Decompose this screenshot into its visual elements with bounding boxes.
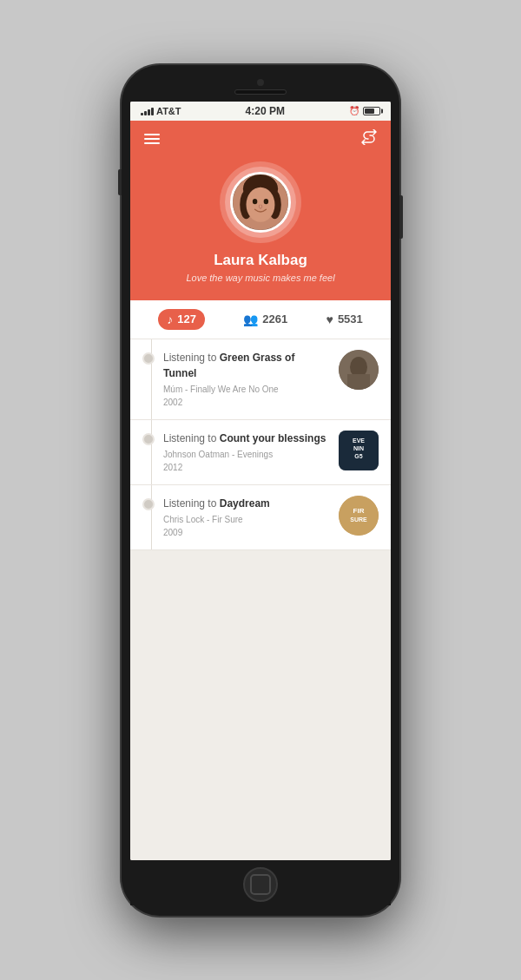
status-bar: AT&T 4:20 PM ⏰ bbox=[130, 102, 391, 121]
time-display: 4:20 PM bbox=[246, 105, 285, 117]
menu-line bbox=[144, 142, 160, 144]
battery-icon bbox=[363, 107, 380, 115]
stats-bar: ♪ 127 👥 2261 ♥ 5531 bbox=[130, 300, 391, 339]
album-art: EVE NIN G5 bbox=[339, 431, 379, 470]
profile-bio: Love the way music makes me feel bbox=[186, 273, 334, 283]
music-icon: ♪ bbox=[167, 312, 173, 326]
svg-text:SURE: SURE bbox=[350, 516, 367, 523]
menu-button[interactable] bbox=[144, 134, 160, 144]
followers-stat[interactable]: 👥 2261 bbox=[243, 312, 287, 326]
home-button[interactable] bbox=[243, 867, 278, 902]
feed-content: Listening to Count your blessingsJohnson… bbox=[163, 431, 330, 474]
svg-point-15 bbox=[339, 496, 379, 536]
likes-count: 5531 bbox=[338, 312, 363, 326]
feed-text: Listening to Green Grass of Tunnel bbox=[163, 350, 330, 381]
home-button-area bbox=[130, 860, 391, 905]
avatar-ring-outer bbox=[220, 161, 301, 243]
signal-icon bbox=[141, 107, 154, 115]
feed-text: Listening to Count your blessings bbox=[163, 431, 330, 446]
svg-point-6 bbox=[264, 198, 268, 203]
album-art: FIR SURE bbox=[339, 496, 379, 536]
feed-subtitle: Múm - Finally We Are No One2002 bbox=[163, 383, 330, 409]
battery-fill bbox=[365, 109, 374, 114]
speaker bbox=[234, 89, 287, 95]
home-button-inner bbox=[250, 874, 271, 895]
header-row bbox=[144, 129, 377, 149]
feed-subtitle: Johnson Oatman - Evenings2012 bbox=[163, 448, 330, 474]
activity-feed: Listening to Green Grass of TunnelMúm - … bbox=[130, 339, 391, 860]
feed-subtitle: Chris Lock - Fir Sure2009 bbox=[163, 513, 330, 539]
list-item[interactable]: Listening to Green Grass of TunnelMúm - … bbox=[130, 339, 391, 420]
svg-text:G5: G5 bbox=[354, 453, 362, 459]
svg-text:EVE: EVE bbox=[353, 437, 365, 444]
avatar[interactable] bbox=[230, 172, 291, 233]
likes-stat[interactable]: ♥ 5531 bbox=[326, 312, 363, 326]
screen: AT&T 4:20 PM ⏰ bbox=[130, 102, 391, 860]
svg-rect-10 bbox=[347, 374, 370, 390]
app-header: Laura Kalbag Love the way music makes me… bbox=[130, 121, 391, 300]
songs-count: 127 bbox=[177, 312, 196, 326]
status-right: ⏰ bbox=[349, 106, 380, 115]
timeline-dot bbox=[142, 352, 155, 365]
svg-point-4 bbox=[247, 187, 275, 221]
svg-text:FIR: FIR bbox=[353, 507, 365, 515]
alarm-icon: ⏰ bbox=[349, 106, 359, 115]
heart-icon: ♥ bbox=[326, 312, 333, 326]
feed-content: Listening to DaydreamChris Lock - Fir Su… bbox=[163, 496, 330, 539]
status-left: AT&T bbox=[141, 106, 181, 116]
camera bbox=[257, 79, 264, 86]
list-item[interactable]: Listening to DaydreamChris Lock - Fir Su… bbox=[130, 485, 391, 550]
timeline-dot bbox=[142, 433, 155, 445]
phone-frame: AT&T 4:20 PM ⏰ bbox=[122, 65, 399, 916]
share-button[interactable] bbox=[361, 129, 377, 149]
feed-content: Listening to Green Grass of TunnelMúm - … bbox=[163, 350, 330, 409]
svg-text:NIN: NIN bbox=[353, 445, 364, 451]
feed-text: Listening to Daydream bbox=[163, 496, 330, 511]
avatar-ring-mid bbox=[225, 167, 296, 238]
followers-count: 2261 bbox=[262, 312, 287, 326]
svg-point-5 bbox=[253, 198, 257, 203]
phone-top bbox=[130, 76, 391, 102]
profile-name: Laura Kalbag bbox=[214, 252, 307, 269]
followers-icon: 👥 bbox=[243, 312, 258, 326]
menu-line bbox=[144, 134, 160, 135]
carrier-label: AT&T bbox=[156, 106, 181, 116]
timeline-dot bbox=[142, 498, 155, 510]
songs-stat[interactable]: ♪ 127 bbox=[158, 309, 205, 330]
avatar-container bbox=[220, 161, 301, 243]
list-item[interactable]: Listening to Count your blessingsJohnson… bbox=[130, 420, 391, 485]
album-art bbox=[339, 350, 379, 390]
menu-line bbox=[144, 138, 160, 140]
